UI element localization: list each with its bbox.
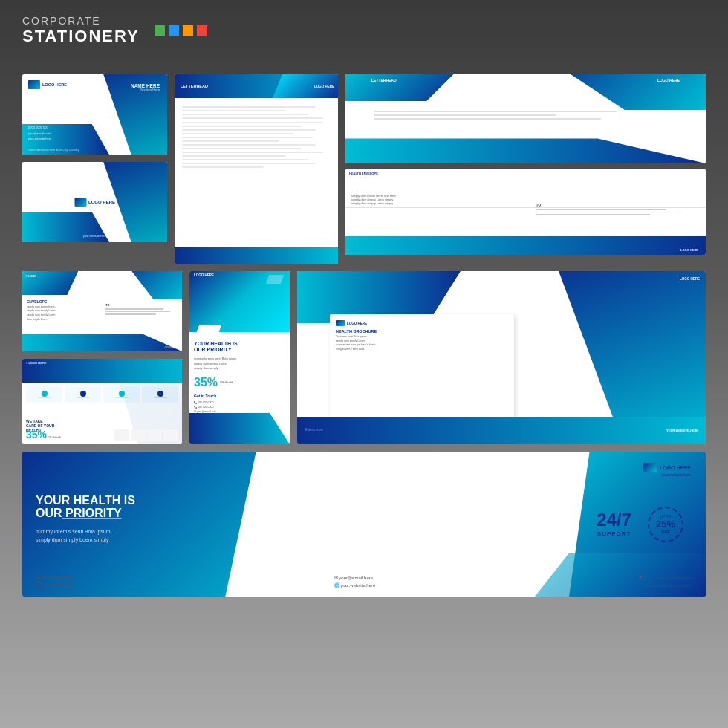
env-logo-mid: LOGO HERE [680,248,698,252]
lh-label: LETTERHEAD [181,84,208,88]
folder-brochure-label: HEALTH BROCHURE [336,329,508,334]
lh-logo: LOGO HERE [314,85,334,88]
env-logo-top: LOGO HERE [657,78,680,82]
flyer-percent: 35% [194,376,218,389]
header-title: CORPORATE STATIONERY [22,15,140,46]
dot-green [155,25,165,36]
biz-email: your@email.com [28,131,51,136]
banner-badge-pct: 25% [656,519,675,530]
sm-env-label: ENVELOPE [27,299,55,304]
folder-website: YOUR.WEBSITE.HERE [666,429,698,432]
title-stationery: STATIONERY [22,27,140,46]
row-2: ≡ LOGO ENVELOPE simply dum ipsum loremsi… [22,271,706,444]
biz-website: your.website.here [28,136,51,141]
flyer-contact: Get in Touch [194,394,285,398]
main-grid: LOGO HERE NAME HERE Position Here 0000 0… [22,74,706,713]
flyer-sub: dummy lorem's senti Bola ipsumsimply dum… [194,357,285,371]
row-1: LOGO HERE NAME HERE Position Here 0000 0… [22,74,706,264]
biz-back-logo: LOGO HERE [88,200,115,204]
env-to: TO [536,204,698,207]
banner-h1: YOUR HEALTH IS [36,494,135,507]
banner-badge: UP TO 25% OFF [648,507,683,542]
banner-h2-plain: Our [36,507,62,520]
business-card-back: LOGO HERE your.website.here [22,162,167,242]
bottom-banner: YOUR HEALTH IS Our PRIORITY dummy lorem'… [22,452,706,597]
biz-phone: 0000 0000 000 [28,125,51,130]
flyer-headline1: YOUR HEALTH IS [194,341,285,347]
folder-logo-right: LOGO HERE [680,277,700,281]
letterhead: LETTERHEAD LOGO HERE [175,74,338,264]
banner-footer-email: ✉ your@email.here 🌐 your.website.here [334,574,376,589]
dot-blue [169,25,179,36]
business-card-front: LOGO HERE NAME HERE Position Here 0000 0… [22,74,167,155]
mkt-off: Off Health [48,435,61,439]
folder-desc: Toloram's senti Bola ipsumsimply dum sim… [336,335,508,351]
env-label-top: LETTERHEAD [371,78,397,82]
title-corporate: CORPORATE [22,15,140,27]
health-flyer: LOGO HERE YOUR HEALTH IS Our PRIORITY du… [189,271,290,444]
sm-env-body: simply dum ipsum loremsimply dum simply … [27,305,55,322]
flyer-logo: LOGO HERE [194,273,214,277]
biz-address: Street Address Here Area City Country [28,148,79,152]
banner-support: SUPPORT [597,530,631,536]
biz-logo: LOGO HERE [42,82,67,87]
sm-env-logo: ≡ LOGO [25,274,36,278]
mkt-logo: ≡ LOGO HERE [26,361,46,365]
banner-logo-sub: your.website.here [643,472,691,477]
biz-name: NAME HERE [131,83,160,88]
env-to-mid: simply dum ipsum lorem text heresimply d… [351,194,396,205]
banner-subtitle: dummy lorem's senti Bola ipsumsimply dum… [36,527,135,544]
envelope-large: LETTERHEAD LOGO HERE HEALTH ENVELOPE sim… [345,74,706,255]
banner-logo: LOGO HERE [660,465,691,470]
color-dots [155,25,207,36]
dot-orange [183,25,193,36]
folder-logo: LOGO HERE [347,322,367,325]
small-envelope: ≡ LOGO ENVELOPE simply dum ipsum loremsi… [22,271,182,444]
banner-footer-phone: 📞 0000 0000 000 📞 0000 0000 000 [36,574,72,589]
biz-position: Position Here [131,88,160,92]
mkt-percent: 35% [26,429,47,441]
biz-back-website: your.website.here [22,234,167,238]
env-label-mid: HEALTH ENVELOPE [349,172,378,175]
flyer-headline2: Our PRIORITY [194,347,285,353]
banner-h2-styled: PRIORITY [62,507,122,520]
dot-red [197,25,207,36]
header: CORPORATE STATIONERY [22,15,207,46]
brochure-folder: LOGO HERE HEALTH BROCHURE Toloram's sent… [297,271,706,444]
banner-247: 24/7 [597,509,631,530]
banner-badge-off: OFF [661,530,670,534]
